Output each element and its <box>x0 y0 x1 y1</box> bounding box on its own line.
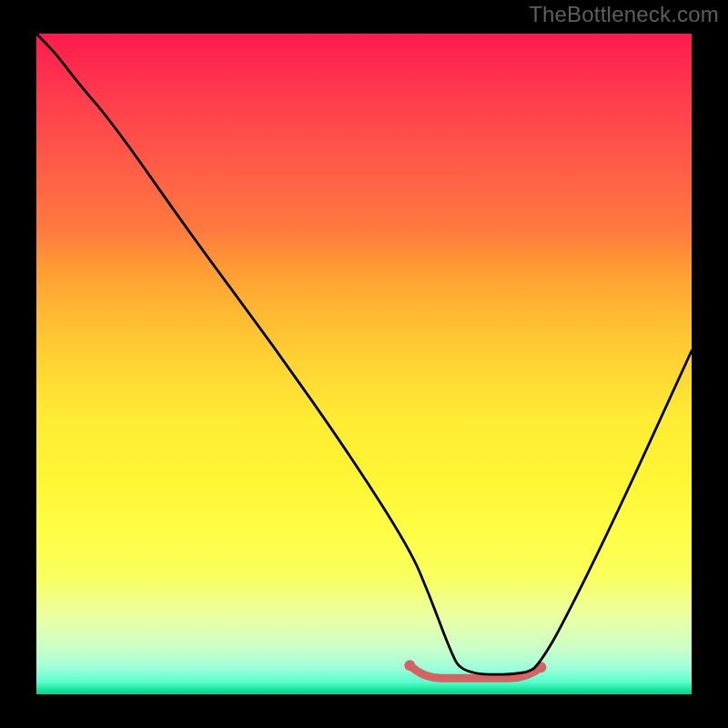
chart-svg <box>36 34 692 694</box>
plot-area <box>36 34 692 694</box>
optimal-region-marker <box>404 660 546 678</box>
bottleneck-curve <box>36 34 692 674</box>
svg-point-0 <box>404 660 415 671</box>
watermark-text: TheBottleneck.com <box>529 2 719 27</box>
chart-container: TheBottleneck.com <box>0 0 728 728</box>
